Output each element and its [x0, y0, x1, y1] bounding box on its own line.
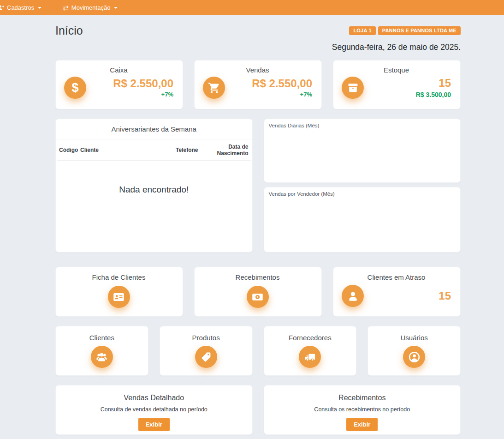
quick-card-clientes[interactable]: Clientes: [55, 326, 148, 376]
overdue-count: 15: [364, 290, 451, 302]
page-title: Início: [55, 24, 83, 37]
stat-card-caixa: Caixa $ R$ 2.550,00 +7%: [55, 60, 183, 109]
shortcut-card-clientes-em-atraso[interactable]: Clientes em Atraso 15: [333, 267, 461, 317]
svg-text:1: 1: [256, 295, 259, 299]
shortcut-card-recebimentos[interactable]: Recebimentos 1: [194, 267, 322, 317]
stat-card-vendas: Vendas R$ 2.550,00 +7%: [194, 60, 322, 109]
stat-title: Caixa: [64, 66, 173, 74]
report-title: Vendas Detalhado: [60, 394, 248, 402]
birthdays-title: Aniversariantes da Semana: [56, 119, 252, 139]
tag-icon: [195, 346, 217, 368]
company-badge: PANNOS E PANNOS LTDA ME: [378, 26, 461, 35]
stat-value: 15: [364, 77, 451, 89]
store-badge: LOJA 1: [349, 26, 375, 35]
address-card-icon: [108, 286, 130, 308]
box-icon: [342, 77, 364, 99]
report-card-vendas-detalhado: Vendas Detalhado Consulta de vendas deta…: [55, 385, 253, 435]
exibir-button[interactable]: Exibir: [346, 418, 378, 431]
stat-value: R$ 2.550,00: [225, 78, 312, 90]
column-header-cliente: Cliente: [80, 147, 174, 153]
chevron-down-icon: [38, 7, 42, 9]
exchange-icon: ⇄: [63, 4, 69, 11]
user-plus-icon: [0, 4, 4, 11]
charts-column: Vendas Diárias (Mês) Vendas por Vendedor…: [264, 119, 461, 253]
quick-card-produtos[interactable]: Produtos: [160, 326, 253, 376]
dollar-sign-icon: $: [64, 77, 86, 99]
card-title: Clientes: [56, 334, 148, 342]
stat-title: Vendas: [203, 66, 312, 74]
user-circle-icon: [403, 346, 425, 368]
badges: LOJA 1 PANNOS E PANNOS LTDA ME: [349, 26, 461, 35]
report-card-recebimentos: Recebimentos Consulta os recebimentos no…: [264, 385, 461, 435]
table-header-row: Código Cliente Telefone Data de Nascimen…: [57, 139, 251, 161]
reports-row: Vendas Detalhado Consulta de vendas deta…: [55, 385, 461, 435]
stat-card-estoque: Estoque 15 R$ 3.500,00: [333, 60, 461, 109]
card-title: Clientes em Atraso: [342, 273, 451, 281]
shopping-cart-icon: [203, 77, 225, 99]
shortcuts-row: Ficha de Clientes Recebimentos: [55, 267, 461, 317]
money-bill-icon: 1: [247, 286, 269, 308]
user-icon: [342, 285, 364, 307]
empty-table-message: Nada encontrado!: [56, 185, 252, 195]
current-date: Segunda-feira, 26 de maio de 2025.: [55, 42, 461, 52]
truck-icon: [299, 346, 321, 368]
column-header-data-nascimento: Data de Nascimento: [198, 144, 249, 156]
birthdays-panel: Aniversariantes da Semana Código Cliente…: [55, 119, 253, 253]
stat-value: R$ 2.550,00: [86, 78, 173, 90]
report-description: Consulta de vendas detalhada no período: [60, 406, 248, 413]
nav-item-cadastros[interactable]: Cadastros: [0, 0, 48, 15]
card-title: Fornecedores: [264, 334, 356, 342]
daily-sales-chart: Vendas Diárias (Mês): [264, 119, 461, 183]
shortcut-card-ficha-de-clientes[interactable]: Ficha de Clientes: [55, 267, 183, 317]
card-title: Recebimentos: [203, 273, 312, 281]
column-header-telefone: Telefone: [174, 147, 198, 153]
card-title: Ficha de Clientes: [64, 273, 173, 281]
column-header-codigo: Código: [59, 147, 80, 153]
quick-card-fornecedores[interactable]: Fornecedores: [264, 326, 357, 376]
main-content: Início LOJA 1 PANNOS E PANNOS LTDA ME Se…: [55, 15, 461, 435]
card-title: Usuários: [368, 334, 460, 342]
stat-delta: +7%: [225, 91, 312, 98]
stat-delta: +7%: [86, 91, 173, 98]
users-icon: [91, 346, 113, 368]
card-title: Produtos: [160, 334, 252, 342]
quick-links-row: Clientes Produtos: [55, 326, 461, 376]
report-description: Consulta os recebimentos no período: [269, 406, 456, 413]
report-title: Recebimentos: [269, 394, 456, 402]
stat-delta: R$ 3.500,00: [364, 91, 451, 98]
nav-item-movimentacao[interactable]: ⇄ Movimentação: [56, 0, 124, 15]
top-navbar: Cadastros ⇄ Movimentação: [0, 0, 504, 15]
nav-item-label: Movimentação: [71, 4, 111, 11]
page-header: Início LOJA 1 PANNOS E PANNOS LTDA ME: [55, 24, 461, 37]
middle-row: Aniversariantes da Semana Código Cliente…: [55, 119, 461, 253]
stat-title: Estoque: [342, 66, 451, 74]
nav-item-label: Cadastros: [7, 4, 34, 11]
stats-row: Caixa $ R$ 2.550,00 +7% Vendas: [55, 60, 461, 109]
exibir-button[interactable]: Exibir: [138, 418, 170, 431]
chart-title: Vendas Diárias (Mês): [269, 123, 456, 128]
chevron-down-icon: [114, 7, 118, 9]
quick-card-usuarios[interactable]: Usuários: [368, 326, 461, 376]
chart-title: Vendas por Vendedor (Mês): [269, 191, 456, 197]
sales-by-seller-chart: Vendas por Vendedor (Mês): [264, 187, 461, 253]
